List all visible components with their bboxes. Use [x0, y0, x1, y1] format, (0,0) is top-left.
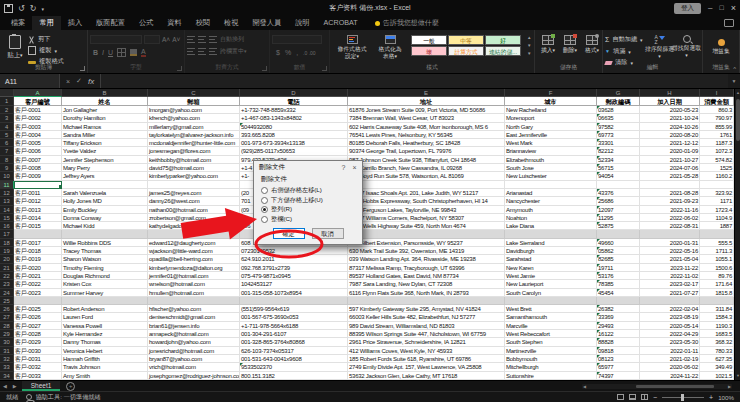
cell[interactable]: 2024-10-26: [640, 123, 700, 131]
row-header-30[interactable]: 30: [0, 338, 14, 346]
cell[interactable]: [148, 181, 240, 189]
cell[interactable]: 412 Williams Coves, West Kyle, NY 45933: [348, 347, 505, 355]
cell[interactable]: Tiffany Erickson: [62, 139, 148, 147]
cell[interactable]: Travis Johnson: [62, 363, 148, 371]
row-header-27[interactable]: 27: [0, 313, 14, 321]
cell[interactable]: Samanthamouth: [505, 313, 597, 321]
cell[interactable]: Lake Sierraland: [505, 239, 597, 247]
cell[interactable]: 客戶-0022: [14, 280, 62, 288]
cell[interactable]: Vanessa Powell: [62, 322, 148, 330]
cell[interactable]: zrobertson@gmail.com: [148, 214, 240, 222]
cell[interactable]: 09818: [597, 347, 640, 355]
save-icon[interactable]: [4, 4, 13, 13]
cell[interactable]: 597 Kimberly Gateway Suite 295, Amystad,…: [348, 305, 505, 313]
wrap-text-button[interactable]: 自動換列: [220, 35, 244, 44]
formula-input[interactable]: [100, 74, 728, 88]
font-size-input[interactable]: [144, 35, 160, 44]
dialog-radio-option[interactable]: 下方儲存格上移(U): [261, 196, 355, 206]
cell[interactable]: vrich@hotmail.com: [148, 363, 240, 371]
comma-format-icon[interactable]: ,: [296, 49, 298, 56]
cell[interactable]: 客戶-0033: [14, 372, 62, 380]
cell[interactable]: 88395 Wilson Springs Suite 447, Nicholst…: [348, 330, 505, 338]
radio-icon[interactable]: [261, 187, 268, 194]
cell[interactable]: Michael Ramos: [62, 123, 148, 131]
cell[interactable]: 客戶-0021: [14, 272, 62, 280]
cell[interactable]: [148, 230, 240, 238]
row-header-11[interactable]: 11: [0, 181, 14, 189]
cell[interactable]: 客戶-0025: [14, 305, 62, 313]
normal-view-icon[interactable]: [617, 394, 624, 400]
cell[interactable]: david75@hotmail.com: [148, 164, 240, 172]
cell[interactable]: 800.151.3182: [240, 372, 348, 380]
dialog-radio-option[interactable]: 右側儲存格左移(L): [261, 186, 355, 196]
cell[interactable]: 89.76: [700, 272, 734, 280]
cell[interactable]: Morenoport: [505, 114, 597, 122]
cell[interactable]: 185 Robert Fords Suite 618, Ryanshire, U…: [348, 355, 505, 363]
cell[interactable]: 74397: [597, 372, 640, 380]
cell[interactable]: 12097: [597, 206, 640, 214]
borders-icon[interactable]: [117, 48, 126, 57]
cell[interactable]: [700, 297, 734, 305]
cell[interactable]: annapeck@hotmail.com: [148, 330, 240, 338]
cell[interactable]: 客戶-0027: [14, 322, 62, 330]
cell[interactable]: 2021-07-27: [640, 289, 700, 297]
ribbon-tab-常用[interactable]: 常用: [32, 16, 60, 30]
cell[interactable]: kimberlymendoza@dalton.org: [148, 264, 240, 272]
row-header-33[interactable]: 33: [0, 363, 14, 371]
dialog-radio-option[interactable]: 整列(R): [261, 205, 355, 215]
cell[interactable]: 78385: [597, 280, 640, 288]
cell[interactable]: 6116 Flynn Flats Suite 368, North Mark, …: [348, 289, 505, 297]
cell[interactable]: [348, 297, 505, 305]
scroll-up-icon[interactable]: ▲: [735, 90, 740, 96]
cell[interactable]: 2022-06-02: [640, 214, 700, 222]
cell[interactable]: 客戶-0017: [14, 239, 62, 247]
row-header-23[interactable]: 23: [0, 280, 14, 288]
cell[interactable]: Suttonshire: [505, 372, 597, 380]
cell[interactable]: Amy Smith: [62, 372, 148, 380]
cells-format-button[interactable]: 格式: [581, 32, 603, 64]
cell[interactable]: 2020-05-23: [640, 106, 700, 114]
cell[interactable]: 1104.9: [700, 214, 734, 222]
bold-button[interactable]: B: [93, 49, 98, 56]
cell[interactable]: 092.768.3791x2739: [240, 264, 348, 272]
cell[interactable]: 2021-10-24: [640, 114, 700, 122]
cell[interactable]: 29493: [597, 322, 640, 330]
cell[interactable]: New Luischester: [505, 172, 597, 180]
cell[interactable]: taylorkatelyn@alvarez-jackson.info: [148, 131, 240, 139]
dialog-close-icon[interactable]: ×: [349, 164, 360, 171]
cell[interactable]: 2023-08-19: [640, 313, 700, 321]
expand-formula-bar-icon[interactable]: ▼: [728, 78, 740, 84]
qat-customize-icon[interactable]: [41, 4, 44, 13]
cell[interactable]: Danny Thomas: [62, 338, 148, 346]
cell[interactable]: 客戶-0007: [14, 156, 62, 164]
cell[interactable]: 客戶-0012: [14, 197, 62, 205]
cell[interactable]: james25@reyes.com: [148, 189, 240, 197]
cell[interactable]: nathan00@hotmail.com: [148, 206, 240, 214]
cell[interactable]: 16122: [597, 330, 640, 338]
cell[interactable]: 001-328-865-3764x80868: [240, 338, 348, 346]
cell[interactable]: 客戶-0030: [14, 347, 62, 355]
cell[interactable]: 客戶-0018: [14, 247, 62, 255]
cell[interactable]: [597, 230, 640, 238]
cell[interactable]: 54907 Isaac Shoals Apt. 201, Lake Judith…: [348, 189, 505, 197]
cell[interactable]: 1187.3: [700, 139, 734, 147]
ribbon-tab-版面配置[interactable]: 版面配置: [89, 16, 132, 30]
cell[interactable]: 987 Johnson Creek Suite 938, Tiffanyfurt…: [348, 156, 505, 164]
column-header-I[interactable]: I: [700, 89, 734, 97]
align-bottom-icon[interactable]: [209, 36, 217, 43]
cell[interactable]: 075-479-9871x0945: [240, 272, 348, 280]
cell[interactable]: 82212: [597, 147, 640, 155]
cell[interactable]: 61876 Jones Stream Suite 009, Port Victo…: [348, 106, 505, 114]
cell[interactable]: Kyle Hernandez: [62, 330, 148, 338]
cell[interactable]: 2023-11-22: [640, 264, 700, 272]
row-header-16[interactable]: 16: [0, 222, 14, 230]
cell[interactable]: 89537 Holland Gates, East David, NM 8773…: [348, 272, 505, 280]
cell[interactable]: 602 Harris Causeway Suite 408, Morr ison…: [348, 123, 505, 131]
cell[interactable]: 001-315-058-1073x8954: [240, 289, 348, 297]
cell[interactable]: 94054: [597, 172, 640, 180]
cell[interactable]: 311.84: [700, 305, 734, 313]
cell[interactable]: +1-732-748-8859x332: [240, 106, 348, 114]
row-header-9[interactable]: 9: [0, 164, 14, 172]
cell[interactable]: 368.32: [700, 338, 734, 346]
addins-button[interactable]: 增益集: [705, 32, 737, 55]
